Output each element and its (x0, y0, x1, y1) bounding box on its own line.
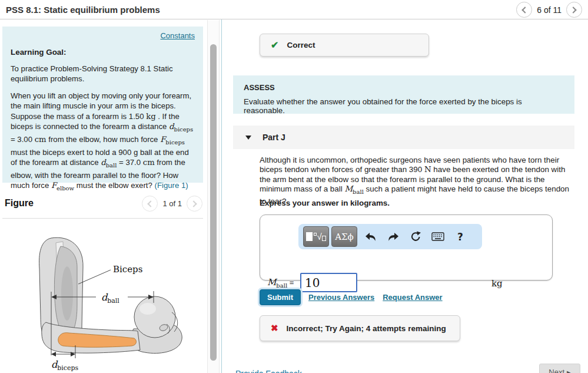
next-arrow-icon: ▸ (567, 368, 571, 373)
collapse-triangle-icon (245, 136, 251, 140)
left-panel-scrollbar[interactable] (207, 20, 220, 373)
figure-prev-button[interactable] (142, 196, 158, 212)
math-unit: cm (143, 158, 155, 167)
math-variable: M (267, 277, 276, 288)
math-subscript: ball (353, 189, 364, 195)
previous-answers-link[interactable]: Previous Answers (308, 293, 374, 302)
answer-entry-box: √ ΑΣϕ (260, 214, 553, 280)
math-subscript: ball (106, 162, 117, 169)
part-j-title: Part J (263, 133, 285, 142)
scrollbar-thumb[interactable] (210, 44, 217, 361)
redo-button[interactable] (382, 232, 404, 242)
equation-templates-icon: √ (306, 232, 325, 241)
problem-statement: When you lift an object by moving only y… (11, 91, 195, 193)
help-icon: ? (457, 231, 463, 243)
assess-heading: ASSESS (244, 83, 564, 92)
page-title: PSS 8.1: Static equilibrium problems (6, 5, 160, 15)
next-button[interactable]: Next ▸ (539, 364, 580, 373)
undo-button[interactable] (360, 232, 382, 242)
correct-label: Correct (287, 41, 315, 49)
answer-variable-label: Mball = (267, 277, 294, 289)
correct-feedback-box: ✔ Correct (260, 34, 429, 57)
math-unit: kg (146, 112, 155, 121)
item-navigation: 6 of 11 (516, 2, 582, 18)
part-j-header[interactable]: Part J (233, 126, 574, 149)
x-mark-icon: ✖ (271, 323, 278, 334)
express-instruction: Express your answer in kilograms. (260, 199, 390, 207)
figure-heading: Figure (5, 198, 34, 209)
figure-navigation: 1 of 1 (142, 196, 202, 212)
figure-next-button[interactable] (187, 196, 202, 212)
math-variable: F (51, 181, 57, 190)
math-subscript: biceps (165, 138, 185, 145)
arrowhead-left-2 (51, 352, 56, 357)
assess-box: ASSESS Evaluate whether the answer you o… (233, 75, 574, 114)
redo-icon (387, 232, 399, 242)
muscle-shading (61, 266, 73, 321)
greek-symbols-button[interactable]: ΑΣϕ (331, 226, 357, 247)
d-ball-label: dball (101, 292, 119, 305)
math-unit: cm (35, 135, 46, 144)
checkmark-icon: ✔ (271, 39, 278, 51)
learning-goal-label: Learning Goal: (11, 48, 195, 57)
figure-count: 1 of 1 (162, 199, 182, 208)
answer-links: Previous Answers Request Answer (308, 293, 443, 302)
keyboard-icon (431, 232, 444, 241)
math-subscript: ball (276, 282, 287, 289)
equation-templates-button[interactable]: √ (303, 226, 329, 247)
d-biceps-label: dbiceps (51, 359, 79, 371)
next-button-label: Next (549, 368, 564, 373)
reset-button[interactable] (404, 231, 427, 242)
help-button[interactable]: ? (449, 231, 471, 243)
incorrect-feedback-box: ✖ Incorrect; Try Again; 4 attempts remai… (260, 315, 460, 341)
chevron-right-icon (190, 200, 197, 207)
biceps-label: Biceps (113, 264, 142, 275)
title-bar: PSS 8.1: Static equilibrium problems 6 o… (0, 0, 588, 19)
chevron-left-icon (522, 6, 529, 13)
answer-unit: kg (491, 278, 503, 289)
provide-feedback-link[interactable]: Provide Feedback (235, 369, 302, 373)
submit-button[interactable]: Submit (260, 289, 301, 305)
answer-input[interactable] (300, 273, 357, 292)
assess-text: Evaluate whether the answer you obtained… (244, 97, 564, 115)
math-variable: d (101, 158, 105, 167)
math-subscript: biceps (174, 126, 193, 133)
learning-goal-text: To practice Problem-Solving Strategy 8.1… (11, 64, 195, 84)
math-variable: M (344, 184, 353, 193)
math-variable: F (160, 135, 165, 144)
greek-symbols-icon: ΑΣϕ (335, 232, 354, 242)
figure-divider (2, 218, 203, 219)
ball-highlight (139, 303, 156, 315)
math-subscript: elbow (57, 185, 74, 192)
figure-1-link[interactable]: (Figure 1) (155, 181, 188, 190)
chevron-right-icon (570, 6, 576, 13)
request-answer-link[interactable]: Request Answer (383, 293, 442, 302)
undo-icon (365, 232, 377, 242)
prev-item-button[interactable] (516, 2, 532, 18)
constants-link[interactable]: Constants (160, 31, 195, 40)
next-item-button[interactable] (566, 2, 582, 18)
arm-figure: Biceps dball dbiceps (26, 235, 209, 371)
reset-icon (410, 231, 421, 242)
answer-column: ✔ Correct ASSESS Evaluate whether the an… (221, 19, 588, 373)
intro-panel: Constants Learning Goal: To practice Pro… (2, 27, 203, 183)
keyboard-button[interactable] (427, 232, 449, 241)
problem-intro-column: Constants Learning Goal: To practice Pro… (0, 19, 207, 373)
equation-toolbar: √ ΑΣϕ (298, 224, 482, 249)
incorrect-label: Incorrect; Try Again; 4 attempts remaini… (287, 324, 446, 333)
chevron-left-icon (148, 200, 154, 207)
item-count: 6 of 11 (537, 5, 562, 15)
math-unit: N (424, 165, 431, 174)
